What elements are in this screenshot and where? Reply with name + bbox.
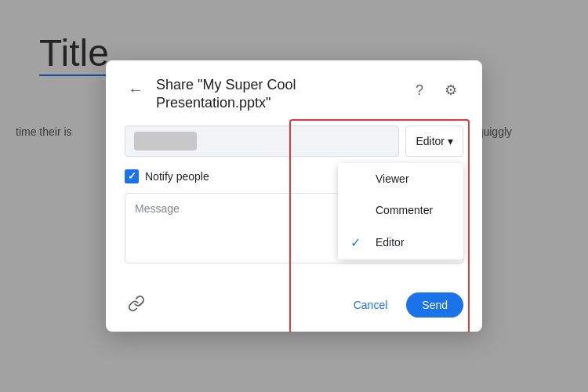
- modal-title: Share "My Super Cool Presentation.pptx": [156, 76, 397, 113]
- notify-checkbox[interactable]: ✓: [125, 169, 139, 183]
- link-icon[interactable]: [125, 292, 148, 319]
- editor-checkmark-icon: ✓: [350, 235, 366, 250]
- commenter-label: Commenter: [376, 204, 433, 216]
- spacer: [106, 267, 482, 279]
- modal-header: ← Share "My Super Cool Presentation.pptx…: [106, 60, 482, 125]
- viewer-label: Viewer: [376, 172, 409, 185]
- notify-checkbox-border: ✓: [125, 169, 139, 183]
- dropdown-item-commenter[interactable]: Commenter: [338, 194, 463, 226]
- cancel-button[interactable]: Cancel: [341, 292, 401, 318]
- editor-label-option: Editor: [376, 236, 405, 249]
- notify-label: Notify people: [145, 170, 209, 183]
- help-icon: ?: [416, 82, 423, 99]
- editor-dropdown-button[interactable]: Editor ▾: [405, 125, 463, 157]
- modal-icons: ? ⚙: [407, 78, 463, 103]
- dropdown-item-viewer[interactable]: Viewer: [338, 163, 463, 194]
- gear-icon: ⚙: [445, 82, 457, 99]
- role-dropdown-menu: Viewer Commenter ✓ Editor: [338, 163, 463, 260]
- back-button[interactable]: ←: [125, 78, 147, 102]
- dropdown-item-editor[interactable]: ✓ Editor: [338, 226, 463, 260]
- send-button[interactable]: Send: [406, 292, 463, 318]
- input-fill: [134, 132, 197, 151]
- settings-button[interactable]: ⚙: [438, 78, 463, 103]
- people-input-row: Editor ▾ Viewer Commenter ✓ Editor: [106, 125, 482, 163]
- share-modal: ← Share "My Super Cool Presentation.pptx…: [106, 60, 482, 332]
- dropdown-arrow-icon: ▾: [448, 135, 453, 147]
- message-placeholder: Message: [135, 202, 180, 215]
- checkmark-icon: ✓: [128, 170, 136, 182]
- modal-footer: Cancel Send: [106, 279, 482, 332]
- editor-label: Editor: [416, 135, 445, 147]
- help-button[interactable]: ?: [407, 78, 432, 103]
